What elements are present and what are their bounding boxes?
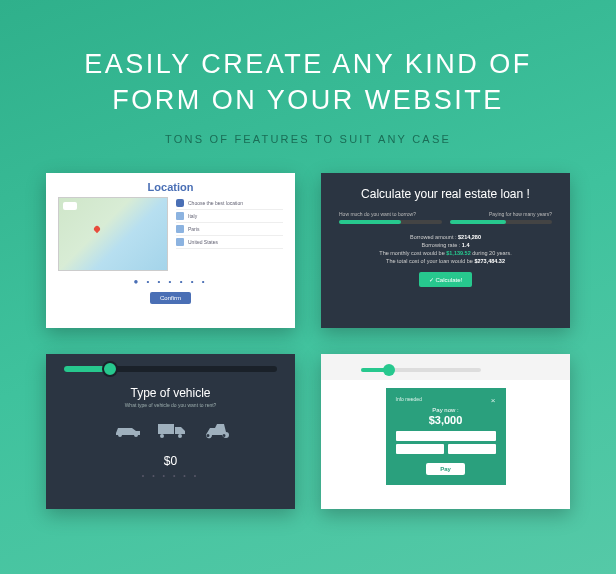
pay-button[interactable]: Pay — [426, 463, 465, 475]
preview-card-loan: Calculate your real estate loan ! How mu… — [321, 173, 570, 328]
truck-icon[interactable] — [157, 421, 189, 441]
preview-card-vehicle: Type of vehicle What type of vehicle do … — [46, 354, 295, 509]
close-icon[interactable]: × — [491, 396, 496, 405]
location-option[interactable]: Italy — [176, 210, 283, 223]
confirm-button[interactable]: Confirm — [150, 292, 191, 304]
slider-knob-icon[interactable] — [102, 361, 118, 377]
expiry-field[interactable] — [396, 444, 444, 454]
calculate-button[interactable]: ✓ Calculate! — [419, 272, 472, 287]
location-option[interactable]: Paris — [176, 223, 283, 236]
car-icon[interactable] — [113, 423, 143, 439]
hero-title: EASILY CREATE ANY KIND OF FORM ON YOUR W… — [20, 46, 596, 119]
hero-title-line1: EASILY CREATE ANY KIND OF — [84, 49, 532, 79]
loan-title: Calculate your real estate loan ! — [339, 187, 552, 201]
progress-slider[interactable] — [361, 368, 481, 372]
location-title: Location — [46, 173, 295, 197]
location-options: Choose the best location Italy Paris Uni… — [176, 197, 283, 271]
preview-grid: Location Choose the best location Italy … — [0, 173, 616, 549]
amount-slider[interactable] — [339, 220, 442, 224]
cvc-field[interactable] — [448, 444, 496, 454]
option-label: Choose the best location — [188, 200, 243, 206]
vehicle-title: Type of vehicle — [46, 386, 295, 400]
checkbox-icon[interactable] — [176, 199, 184, 207]
location-option[interactable]: United States — [176, 236, 283, 249]
widget-title: Info needed — [396, 396, 422, 405]
preview-card-payment: Info needed × Pay now : $3,000 Pay — [321, 354, 570, 509]
loan-result-line: The monthly cost would be $1,139.52 duri… — [339, 250, 552, 256]
loan-result-line: The total cost of your loan would be $27… — [339, 258, 552, 264]
location-option[interactable]: Choose the best location — [176, 197, 283, 210]
vehicle-price: $0 — [46, 454, 295, 468]
loan-result-line: Borrowing rate : 1.4 — [339, 242, 552, 248]
hero-subtitle: TONS OF FEATURES TO SUIT ANY CASE — [20, 133, 596, 145]
flag-icon — [176, 238, 184, 246]
step-slider[interactable] — [64, 366, 277, 372]
pay-now-label: Pay now : — [396, 407, 496, 413]
slider-knob-icon[interactable] — [383, 364, 395, 376]
hero-section: EASILY CREATE ANY KIND OF FORM ON YOUR W… — [0, 0, 616, 173]
page-backdrop — [321, 354, 570, 380]
option-label: United States — [188, 239, 218, 245]
loan-result-line: Borrowed amount : $214,280 — [339, 234, 552, 240]
flag-icon — [176, 225, 184, 233]
pagination-dots[interactable]: ● • • • • • • — [46, 277, 295, 286]
option-label: Italy — [188, 213, 197, 219]
scooter-icon[interactable] — [203, 422, 229, 440]
years-slider[interactable] — [450, 220, 553, 224]
vehicle-subtitle: What type of vehicle do you want to rent… — [46, 402, 295, 408]
loan-label-years: Paying for how many years? — [489, 211, 552, 217]
payment-widget: Info needed × Pay now : $3,000 Pay — [386, 388, 506, 485]
loan-label-amount: How much do you want to borrow? — [339, 211, 416, 217]
pagination-dots[interactable]: • • • • • • — [46, 472, 295, 479]
hero-title-line2: FORM ON YOUR WEBSITE — [112, 85, 504, 115]
option-label: Paris — [188, 226, 199, 232]
pay-amount: $3,000 — [396, 414, 496, 426]
card-number-field[interactable] — [396, 431, 496, 441]
flag-icon — [176, 212, 184, 220]
map-icon[interactable] — [58, 197, 168, 271]
preview-card-location: Location Choose the best location Italy … — [46, 173, 295, 328]
